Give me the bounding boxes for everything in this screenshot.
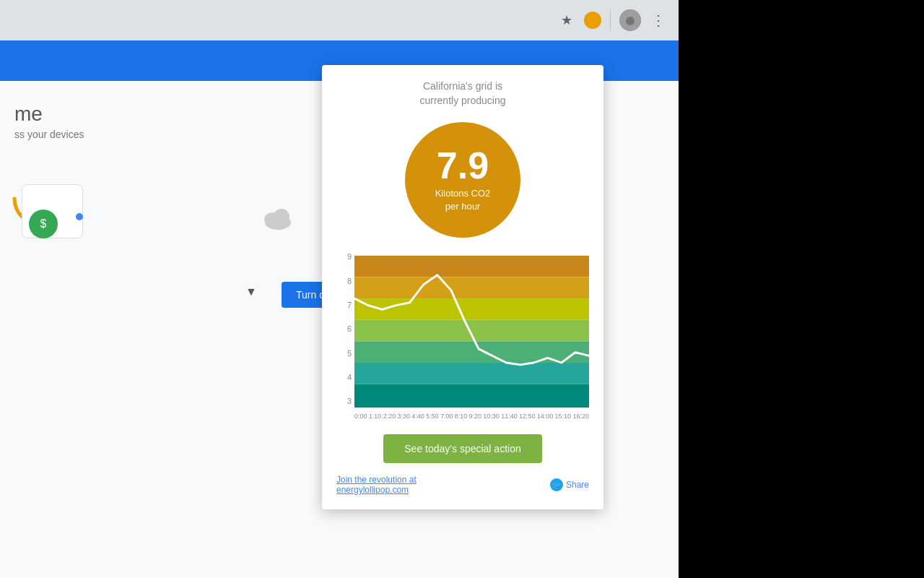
y-label-4: 4	[347, 373, 352, 381]
svg-rect-4	[354, 277, 589, 299]
y-label-5: 5	[347, 349, 352, 358]
footer-link[interactable]: Join the revolution atenergylollipop.com	[336, 475, 417, 495]
menu-icon[interactable]: ⋮	[647, 9, 670, 32]
co2-value: 7.9	[437, 147, 489, 184]
device-green-button: $	[29, 210, 58, 238]
x-label-13: 15:10	[555, 413, 572, 420]
x-label-4: 4:40	[411, 413, 424, 420]
chart-x-labels: 0:00 1:10 2:20 3:30 4:40 5:50 7:00 8:10 …	[354, 413, 589, 420]
special-action-button[interactable]: See today's special action	[383, 434, 542, 463]
co2-unit: Kilotons CO2per hour	[435, 187, 491, 213]
toolbar-separator	[610, 10, 611, 30]
svg-rect-8	[354, 363, 589, 384]
share-button[interactable]: 🐦 Share	[550, 478, 589, 491]
weather-icon	[260, 202, 296, 234]
x-label-11: 12:50	[519, 413, 536, 420]
svg-point-2	[274, 209, 289, 225]
x-label-3: 3:30	[397, 413, 410, 420]
device-area: $	[7, 173, 116, 267]
x-label-14: 16:20	[572, 413, 589, 420]
y-label-3: 3	[347, 397, 352, 405]
y-label-8: 8	[347, 277, 352, 285]
y-label-6: 6	[347, 324, 352, 333]
chart-svg	[354, 252, 589, 411]
x-label-5: 5:50	[426, 413, 439, 420]
popup-footer: Join the revolution atenergylollipop.com…	[336, 475, 589, 495]
device-blue-dot	[76, 213, 83, 220]
x-label-8: 9:20	[469, 413, 482, 420]
x-label-12: 14:00	[537, 413, 554, 420]
chart-container: 9 8 7 6 5 4 3	[336, 252, 589, 420]
header-text: California's grid iscurrently producing	[336, 79, 589, 108]
co2-circle: 7.9 Kilotons CO2per hour	[405, 122, 520, 238]
browser-toolbar: ★ ⋮	[0, 0, 679, 40]
x-label-0: 0:00	[354, 413, 367, 420]
dropdown-arrow-icon[interactable]: ▼	[245, 285, 257, 298]
chart-wrapper	[354, 252, 589, 411]
extension-popup: California's grid iscurrently producing …	[322, 65, 603, 509]
footer-link-text: Join the revolution atenergylollipop.com	[336, 475, 417, 495]
extension-icon[interactable]	[584, 12, 601, 29]
y-label-9: 9	[347, 252, 352, 261]
bookmark-icon[interactable]: ★	[555, 9, 578, 32]
x-label-9: 10:30	[483, 413, 500, 420]
share-label: Share	[566, 480, 589, 490]
y-label-7: 7	[347, 301, 352, 309]
x-label-2: 2:20	[383, 413, 396, 420]
svg-rect-3	[354, 256, 589, 277]
chart-y-axis: 9 8 7 6 5 4 3	[336, 252, 354, 405]
x-label-6: 7:00	[440, 413, 453, 420]
svg-rect-5	[354, 298, 589, 320]
user-avatar[interactable]	[619, 9, 641, 31]
x-label-1: 1:10	[369, 413, 382, 420]
x-label-7: 8:10	[455, 413, 468, 420]
svg-rect-6	[354, 320, 589, 342]
black-right-area	[679, 0, 924, 578]
svg-rect-9	[354, 384, 589, 408]
x-label-10: 11:40	[501, 413, 518, 420]
popup-header: California's grid iscurrently producing	[336, 79, 589, 108]
twitter-icon: 🐦	[550, 478, 563, 491]
